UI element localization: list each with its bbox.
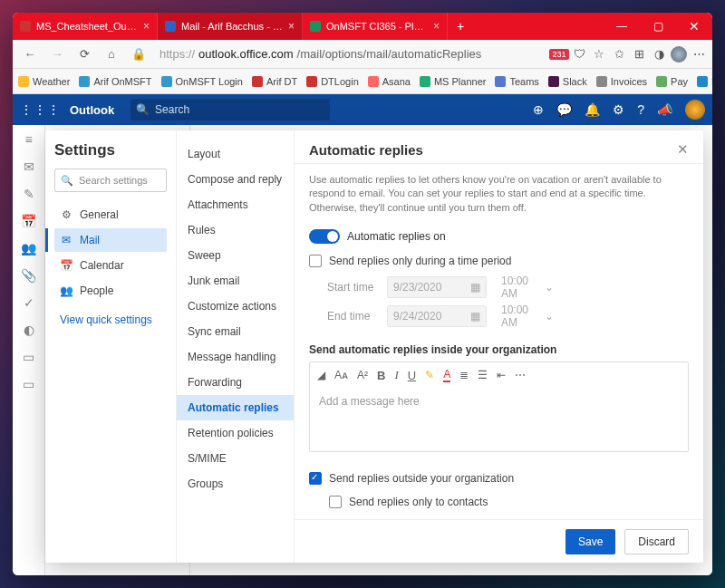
subnav-sweep[interactable]: Sweep — [177, 243, 294, 268]
suite-search[interactable]: 🔍 Search — [130, 99, 330, 120]
fav-item[interactable]: Teams — [495, 76, 538, 87]
subnav-retention[interactable]: Retention policies — [177, 420, 294, 446]
inside-editor-body[interactable]: Add a message here — [310, 388, 688, 451]
fav-item[interactable]: Kalo — [697, 76, 712, 87]
rail-item[interactable]: ▭ — [23, 377, 34, 391]
fav-item[interactable]: Asana — [368, 76, 411, 87]
number-list-icon[interactable]: ☰ — [478, 369, 488, 381]
fav-item[interactable]: Pay — [656, 76, 688, 87]
rail-files-icon[interactable]: 📎 — [21, 268, 36, 283]
teams-icon[interactable]: 💬 — [556, 102, 572, 117]
close-icon[interactable]: × — [288, 20, 295, 33]
diagnostics-icon[interactable]: 📣 — [657, 102, 672, 117]
discard-button[interactable]: Discard — [624, 529, 689, 554]
notifications-icon[interactable]: 🔔 — [585, 102, 600, 117]
calendar-badge[interactable]: 231 — [551, 46, 567, 63]
favorites-add-icon[interactable]: ✩ — [611, 46, 627, 63]
nav-mail[interactable]: ✉Mail — [54, 228, 167, 252]
more-icon[interactable]: ⋯ — [691, 46, 707, 63]
pen-color-icon[interactable]: ✎ — [425, 369, 434, 381]
fav-item[interactable]: Slack — [548, 76, 587, 87]
search-settings-input[interactable]: 🔍 Search settings — [54, 169, 167, 192]
help-icon[interactable]: ? — [637, 102, 644, 117]
subnav-automatic-replies[interactable]: Automatic replies — [177, 395, 294, 420]
font-size-icon[interactable]: A² — [357, 369, 368, 381]
url-field[interactable]: https://outlook.office.com/mail/options/… — [154, 47, 547, 61]
tracking-icon[interactable]: 🛡 — [571, 46, 587, 63]
minimize-button[interactable]: — — [604, 13, 640, 40]
bullet-list-icon[interactable]: ≣ — [459, 369, 469, 381]
meet-now-icon[interactable]: ⊕ — [533, 102, 544, 117]
save-button[interactable]: Save — [566, 529, 615, 554]
account-avatar[interactable] — [685, 100, 705, 120]
bold-button[interactable]: B — [377, 369, 385, 382]
subnav-message-handling[interactable]: Message handling — [177, 344, 294, 370]
panel-description: Use automatic replies to let others know… — [309, 164, 689, 224]
outdent-icon[interactable]: ⇤ — [497, 369, 506, 381]
nav-label: Mail — [80, 234, 100, 246]
rail-people-icon[interactable]: 👥 — [21, 241, 36, 255]
gear-icon[interactable]: ⚙ — [613, 102, 624, 117]
favorite-star-icon[interactable]: ☆ — [591, 46, 607, 63]
rail-item[interactable]: ◐ — [24, 323, 34, 337]
back-button[interactable]: ← — [18, 43, 42, 66]
collections-icon[interactable]: ⊞ — [631, 46, 647, 63]
fav-item[interactable]: Arif DT — [252, 76, 297, 87]
subnav-smime[interactable]: S/MIME — [177, 446, 294, 471]
fav-item[interactable]: DTLogin — [306, 76, 359, 87]
time-period-checkbox[interactable] — [309, 255, 322, 267]
subnav-forwarding[interactable]: Forwarding — [177, 370, 294, 395]
extension-icon[interactable]: ◑ — [651, 46, 667, 63]
start-date-input[interactable]: 9/23/2020▦ — [387, 276, 487, 298]
end-date-input[interactable]: 9/24/2020▦ — [387, 305, 487, 327]
browser-tab[interactable]: OnMSFT CI365 - Planner × — [303, 13, 448, 40]
close-icon[interactable]: ✕ — [677, 141, 689, 158]
rail-calendar-icon[interactable]: 📅 — [21, 214, 36, 228]
subnav-layout[interactable]: Layout — [177, 141, 294, 167]
rail-compose-icon[interactable]: ✎ — [24, 187, 34, 201]
fav-item[interactable]: MS Planner — [420, 76, 486, 87]
nav-people[interactable]: 👥People — [54, 279, 167, 303]
underline-button[interactable]: U — [408, 369, 416, 382]
refresh-button[interactable]: ⟳ — [72, 43, 96, 66]
subnav-rules[interactable]: Rules — [177, 217, 294, 243]
fav-item[interactable]: OnMSFT Login — [161, 76, 243, 87]
forward-button[interactable]: → — [45, 43, 69, 66]
close-button[interactable]: ✕ — [676, 13, 712, 40]
start-time-select[interactable]: 10:00 AM⌄ — [496, 276, 559, 298]
subnav-junk[interactable]: Junk email — [177, 268, 294, 294]
highlight-icon[interactable]: ◢ — [317, 369, 325, 381]
profile-avatar[interactable] — [671, 46, 687, 63]
font-family-icon[interactable]: Aᴀ — [334, 369, 348, 381]
subnav-compose[interactable]: Compose and reply — [177, 167, 294, 192]
new-tab-button[interactable]: + — [448, 13, 473, 40]
end-time-select[interactable]: 10:00 AM⌄ — [496, 305, 559, 327]
browser-tab[interactable]: MS_Cheatsheet_OutlookMailOn… × — [13, 13, 158, 40]
contacts-only-checkbox[interactable] — [329, 496, 342, 508]
fav-item[interactable]: Arif OnMSFT — [79, 76, 151, 87]
fav-item[interactable]: Invoices — [596, 76, 647, 87]
maximize-button[interactable]: ▢ — [640, 13, 676, 40]
rail-mail-icon[interactable]: ✉ — [24, 159, 34, 174]
subnav-customize[interactable]: Customize actions — [177, 294, 294, 319]
more-icon[interactable]: ⋯ — [515, 369, 526, 381]
browser-tab-active[interactable]: Mail - Arif Bacchus - Outlook × — [158, 13, 303, 40]
subnav-sync[interactable]: Sync email — [177, 319, 294, 344]
italic-button[interactable]: I — [394, 368, 398, 382]
nav-general[interactable]: ⚙General — [54, 203, 167, 227]
close-icon[interactable]: × — [433, 20, 440, 33]
subnav-groups[interactable]: Groups — [177, 471, 294, 496]
fav-item[interactable]: Weather — [18, 76, 70, 87]
auto-replies-toggle[interactable] — [309, 229, 340, 244]
rail-item[interactable]: ▭ — [23, 350, 34, 364]
home-button[interactable]: ⌂ — [100, 43, 123, 66]
rail-menu-icon[interactable]: ≡ — [24, 132, 32, 147]
subnav-attachments[interactable]: Attachments — [177, 192, 294, 217]
outside-org-checkbox[interactable] — [309, 472, 322, 485]
view-quick-settings-link[interactable]: View quick settings — [54, 308, 167, 332]
nav-calendar[interactable]: 📅Calendar — [54, 254, 167, 277]
app-launcher-icon[interactable]: ⋮⋮⋮ — [20, 102, 61, 117]
close-icon[interactable]: × — [143, 20, 150, 33]
font-color-icon[interactable]: A — [443, 368, 450, 382]
rail-todo-icon[interactable]: ✓ — [24, 295, 34, 310]
